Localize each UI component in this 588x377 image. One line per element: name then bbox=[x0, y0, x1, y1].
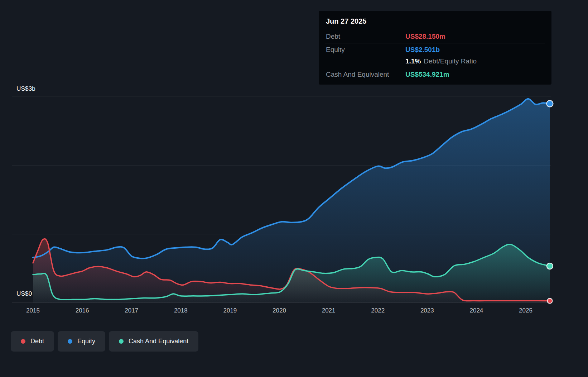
tooltip-debt-value: US$28.150m bbox=[405, 33, 445, 40]
legend-item-equity[interactable]: Equity bbox=[58, 331, 105, 352]
y-axis-label-top: US$3b bbox=[16, 85, 35, 92]
legend: Debt Equity Cash And Equivalent bbox=[11, 331, 198, 352]
x-axis-label-2023: 2023 bbox=[420, 307, 434, 314]
legend-cash-label: Cash And Equivalent bbox=[129, 338, 188, 345]
x-axis-label-2017: 2017 bbox=[125, 307, 138, 314]
tooltip-ratio-value: 1.1% bbox=[405, 57, 421, 65]
equity-legend-dot-icon bbox=[68, 339, 72, 344]
debt-legend-dot-icon bbox=[21, 339, 25, 344]
x-axis-label-2016: 2016 bbox=[76, 307, 89, 314]
tooltip-ratio-label: Debt/Equity Ratio bbox=[424, 57, 477, 65]
tooltip-date: Jun 27 2025 bbox=[325, 15, 545, 30]
legend-debt-label: Debt bbox=[30, 338, 44, 345]
debt-equity-history-chart: US$3b US$0 20152016201720182019202020212… bbox=[0, 0, 588, 377]
tooltip: Jun 27 2025 Debt US$28.150m Equity US$2.… bbox=[319, 11, 551, 85]
x-axis-label-2018: 2018 bbox=[174, 307, 188, 314]
legend-item-cash[interactable]: Cash And Equivalent bbox=[109, 331, 198, 352]
y-axis-label-bottom: US$0 bbox=[16, 290, 32, 297]
legend-equity-label: Equity bbox=[77, 338, 95, 345]
tooltip-ratio-row: 1.1% Debt/Equity Ratio bbox=[325, 56, 545, 68]
legend-item-debt[interactable]: Debt bbox=[11, 331, 54, 352]
tooltip-equity-value: US$2.501b bbox=[405, 46, 440, 54]
x-axis-label-2020: 2020 bbox=[273, 307, 286, 314]
x-axis-label-2024: 2024 bbox=[469, 307, 483, 314]
tooltip-equity-row: Equity US$2.501b bbox=[325, 43, 545, 56]
tooltip-equity-label: Equity bbox=[326, 46, 405, 54]
equity-end-marker[interactable] bbox=[546, 100, 553, 107]
x-axis-label-2021: 2021 bbox=[322, 307, 336, 314]
x-axis-label-2022: 2022 bbox=[371, 307, 385, 314]
cash-legend-dot-icon bbox=[119, 339, 124, 344]
tooltip-debt-row: Debt US$28.150m bbox=[325, 30, 545, 43]
tooltip-debt-label: Debt bbox=[326, 33, 405, 40]
x-axis-label-2019: 2019 bbox=[223, 307, 237, 314]
tooltip-cash-label: Cash And Equivalent bbox=[326, 71, 405, 78]
tooltip-cash-value: US$534.921m bbox=[405, 71, 449, 78]
tooltip-cash-row: Cash And Equivalent US$534.921m bbox=[325, 68, 545, 81]
x-axis-label-2025: 2025 bbox=[519, 307, 532, 314]
debt-end-marker[interactable] bbox=[547, 299, 552, 304]
cash-end-marker[interactable] bbox=[547, 263, 553, 269]
x-axis-label-2015: 2015 bbox=[26, 307, 40, 314]
